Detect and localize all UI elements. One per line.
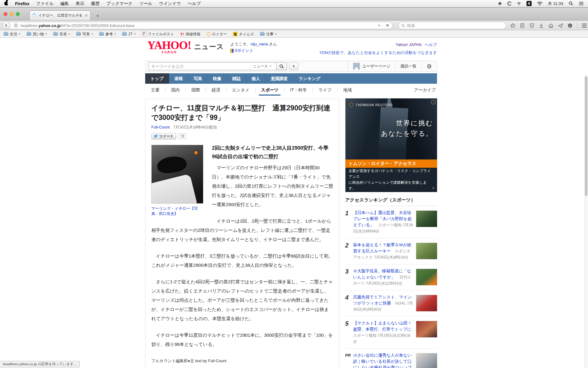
search-scope-dropdown[interactable]: ニュース [250,63,274,70]
subnav-entertainment[interactable]: エンタメ [226,87,255,93]
notification-center-icon[interactable] [579,2,584,6]
bookmark-reuters[interactable]: ロイター [206,32,227,37]
add-keyword-button[interactable]: + [289,62,298,70]
bookmark-star-icon[interactable] [510,23,515,28]
tab-personal[interactable]: 個人 [246,73,266,84]
tab-video[interactable]: 映像 [208,73,227,84]
menu-history[interactable]: 履歴 [91,1,100,6]
tab-close-icon[interactable]: ✕ [85,13,88,17]
bookmark-folder-27[interactable]: 27 [122,32,136,36]
tab-magazine[interactable]: 雑誌 [227,73,246,84]
pr-thumbnail[interactable] [416,353,437,368]
ranking-thumbnail[interactable] [416,210,437,227]
bookmark-folder-life[interactable]: 生活 [4,32,21,37]
url-dropdown-icon[interactable] [378,25,380,26]
menu-bookmarks[interactable]: ブックマーク [106,1,133,6]
photo-caption-link[interactable]: マーリンズ・イチロー【写真：田口有史】 [151,206,203,217]
tab-survey[interactable]: 意識調査 [266,73,293,84]
spotlight-icon[interactable] [569,1,573,6]
subnav-economy[interactable]: 経済 [206,87,226,93]
scrollbar-track[interactable] [584,75,588,368]
subnav-main[interactable]: 主要 [145,87,165,93]
subscriptions-link[interactable]: 購読一覧 [395,61,421,71]
menu-window[interactable]: ウインドウ [159,1,181,6]
ranking-link[interactable]: 【ヤクルト】止まらない山田！盗塁、本塁打、打率でトップに [353,321,412,332]
minimize-button[interactable] [10,12,13,16]
browser-tab[interactable]: イチロー、11度目マルチ&... ✕ [29,10,91,20]
feedback-smiley-icon[interactable] [567,23,573,28]
menu-help[interactable]: ヘルプ [188,1,201,6]
dropbox-icon[interactable]: ❖ [498,1,502,6]
ranking-thumbnail[interactable] [416,295,437,312]
pr-link[interactable]: 小さい会社に優秀な人が来ない訳｜稼いでいる社長が決して口にしない右腕社員が育つシ… [353,353,412,368]
ad-info-icon[interactable]: i [431,100,435,104]
menu-tools[interactable]: ツール [139,1,153,6]
ranking-thumbnail[interactable] [416,269,437,286]
article-photo[interactable] [151,145,203,204]
input-source-icon[interactable]: A [526,1,532,6]
url-bar[interactable]: headlines.yahoo.co.jp/hl?a=20150730-0001… [6,22,393,29]
menu-edit[interactable]: 編集 [60,1,69,6]
tweet-button[interactable]: ツイート [151,133,176,140]
archive-link[interactable]: アーカイブ [414,87,437,93]
tweet-count-badge[interactable]: 72 [179,133,187,139]
wifi-icon[interactable] [537,2,542,6]
user-page-link[interactable]: ユーザーページ [348,61,395,71]
menubar-clock[interactable]: 木 11:33 [548,1,563,6]
bookmark-filepost[interactable]: Fファイルポスト [142,32,174,37]
browser-search-field[interactable] [398,22,506,29]
subnav-region[interactable]: 地域 [337,87,358,93]
menu-file[interactable]: ファイル [36,1,54,6]
points-link[interactable]: 0ポイント [235,48,253,53]
settings-gear-icon[interactable]: ⚙︎ [421,61,437,71]
display-ad[interactable]: THOMSON REUTERS 世界に挑む あなたを守る。 i トムソン・ロイタ… [345,98,437,192]
username-link[interactable]: niju_nana [251,42,268,46]
share-icon[interactable] [558,23,563,28]
help-link[interactable]: ヘルプ [425,42,437,47]
scrollbar-thumb[interactable] [585,76,587,196]
tab-ranking[interactable]: ランキング [293,73,326,84]
bookmark-folder-shopping[interactable]: 買い物 [27,32,47,37]
downloads-icon[interactable] [539,23,544,28]
tab-photo[interactable]: 写真 [188,73,208,84]
ad-description[interactable]: 企業が直面するガバナンス・リスク・コンプライアンスに統合的ソリューションで課題解… [345,168,437,192]
site-search-button[interactable] [277,62,287,70]
pocket-icon[interactable] [529,23,534,28]
tab-top[interactable]: トップ [145,73,169,84]
back-button[interactable] [2,21,10,29]
subnav-sports[interactable]: スポーツ [255,87,284,93]
ad-photo[interactable]: THOMSON REUTERS 世界に挑む あなたを守る。 i [345,98,437,159]
creative-cloud-icon[interactable] [507,2,511,6]
wifi-small-icon[interactable] [517,2,521,5]
subnav-life[interactable]: ライフ [313,87,337,93]
menu-view[interactable]: 表示 [76,1,84,6]
bookmark-folder-photo[interactable]: 写真 [76,32,93,37]
menu-icon[interactable] [582,23,587,28]
site-search-input[interactable] [151,64,250,69]
ydn-banner-link[interactable]: YDNの技術で、あなたと社会をよくするための活動をつなぎます [319,50,437,56]
url-text[interactable]: headlines.yahoo.co.jp/hl?a=20150730-0001… [21,23,375,28]
site-search-box[interactable]: ニュース [149,62,277,70]
new-tab-button[interactable]: + [94,13,102,19]
menu-app-name[interactable]: Firefox [15,1,29,6]
ranking-thumbnail[interactable] [416,321,437,338]
home-icon[interactable] [548,23,554,28]
yahoo-news-logo[interactable]: YAHOO! JAPAN ニュース [147,40,224,55]
bookmark-times[interactable]: タイムズ [233,32,254,37]
stop-button[interactable]: ✕ [383,23,389,28]
close-button[interactable] [4,12,7,16]
bookmark-transit[interactable]: Y!路線情報 [180,32,201,37]
article-source-link[interactable]: Full-Count [151,125,170,129]
subnav-it-science[interactable]: IT・科学 [284,87,312,93]
browser-search-input[interactable] [407,23,503,28]
zoom-button[interactable] [16,12,20,16]
bookmark-folder-work[interactable]: 仕事 [260,32,277,37]
bookmark-folder-reference[interactable]: 参考 [99,32,116,37]
subnav-world[interactable]: 国際 [186,87,206,93]
subnav-domestic[interactable]: 国内 [165,87,186,93]
yahoo-japan-link[interactable]: Yahoo! JAPAN [395,42,421,47]
bookmark-folder-music[interactable]: 音楽 [53,32,70,37]
apple-menu-icon[interactable] [4,2,8,6]
ad-product-band[interactable]: トムソン・ロイター・アクセラス [345,159,437,168]
tab-flash[interactable]: 速報 [169,73,188,84]
